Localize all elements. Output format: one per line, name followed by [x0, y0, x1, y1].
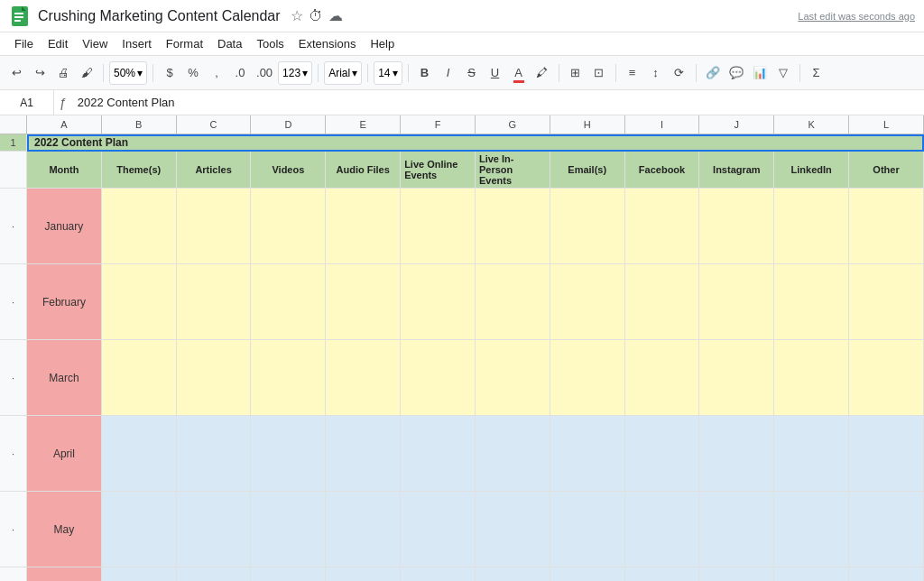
currency-button[interactable]: $	[159, 60, 180, 86]
cell-feb-theme[interactable]	[102, 264, 177, 340]
cell-may-linkedin[interactable]	[774, 492, 849, 567]
header-videos[interactable]: Videos	[251, 152, 326, 189]
cell-may-other[interactable]	[849, 492, 924, 567]
cell-march[interactable]: March	[27, 340, 102, 416]
cell-jan-live-inperson[interactable]	[476, 189, 550, 264]
header-linkedin[interactable]: LinkedIn	[774, 152, 849, 189]
header-facebook[interactable]: Facebook	[625, 152, 700, 189]
menu-format[interactable]: Format	[159, 35, 210, 52]
menu-file[interactable]: File	[7, 35, 41, 52]
cell-may-emails[interactable]	[550, 492, 625, 567]
cloud-icon[interactable]: ☁	[328, 7, 343, 24]
cell-feb-articles[interactable]	[177, 264, 252, 340]
col-D[interactable]: D	[251, 115, 326, 134]
cell-jan-instagram[interactable]	[699, 189, 774, 264]
cell-mar-linkedin[interactable]	[774, 340, 849, 416]
cell-apr-other[interactable]	[849, 416, 924, 492]
cell-jan-articles[interactable]	[177, 189, 252, 264]
cell-feb-linkedin[interactable]	[774, 264, 849, 340]
cell-jun-linkedin[interactable]	[774, 567, 849, 581]
filter-button[interactable]: ▽	[772, 60, 794, 86]
cell-jun-articles[interactable]	[177, 567, 252, 581]
borders-button[interactable]: ⊞	[565, 60, 587, 86]
header-live-online[interactable]: Live Online Events	[401, 152, 476, 189]
cell-feb-live-online[interactable]	[401, 264, 476, 340]
percent-button[interactable]: %	[182, 60, 204, 86]
cell-jun-live-inperson[interactable]	[476, 567, 550, 581]
cell-jun-theme[interactable]	[102, 567, 177, 581]
formula-fn-icon[interactable]: ƒ	[60, 96, 67, 110]
menu-help[interactable]: Help	[363, 35, 402, 52]
cell-jan-live-online[interactable]	[401, 189, 476, 264]
cell-feb-instagram[interactable]	[699, 264, 774, 340]
cell-may[interactable]: May	[27, 492, 102, 567]
header-emails[interactable]: Email(s)	[550, 152, 625, 189]
header-month[interactable]: Month	[27, 152, 102, 189]
col-F[interactable]: F	[401, 115, 476, 134]
cell-mar-emails[interactable]	[550, 340, 625, 416]
cell-apr-facebook[interactable]	[625, 416, 700, 492]
cell-apr-linkedin[interactable]	[774, 416, 849, 492]
row-num-1[interactable]: 1	[0, 134, 27, 152]
paint-format-button[interactable]: 🖌	[76, 60, 97, 86]
cell-feb-emails[interactable]	[550, 264, 625, 340]
chart-button[interactable]: 📊	[749, 60, 771, 86]
col-I[interactable]: I	[625, 115, 700, 134]
cell-mar-live-inperson[interactable]	[476, 340, 550, 416]
cell-jun-emails[interactable]	[550, 567, 625, 581]
cell-may-live-inperson[interactable]	[476, 492, 550, 567]
row-num-feb[interactable]: ·	[0, 264, 27, 340]
merge-cells-button[interactable]: ⊡	[588, 60, 610, 86]
comment-button[interactable]: 💬	[725, 60, 747, 86]
align-left-button[interactable]: ≡	[622, 60, 643, 86]
cell-mar-instagram[interactable]	[699, 340, 774, 416]
underline-button[interactable]: U	[485, 60, 506, 86]
cell-reference[interactable]: A1	[0, 90, 54, 115]
row-num-apr[interactable]: ·	[0, 416, 27, 492]
zoom-dropdown[interactable]: 50% ▾	[109, 61, 147, 85]
bold-button[interactable]: B	[414, 60, 436, 86]
cell-feb-other[interactable]	[849, 264, 924, 340]
star-icon[interactable]: ☆	[291, 7, 303, 24]
menu-view[interactable]: View	[75, 35, 115, 52]
strikethrough-button[interactable]: S	[461, 60, 483, 86]
history-icon[interactable]: ⏱	[309, 8, 323, 24]
cell-jan-theme[interactable]	[102, 189, 177, 264]
cell-apr-videos[interactable]	[251, 416, 326, 492]
cell-jun-videos[interactable]	[251, 567, 326, 581]
functions-button[interactable]: Σ	[806, 60, 827, 86]
cell-jun-other[interactable]	[849, 567, 924, 581]
font-dropdown[interactable]: Arial ▾	[324, 61, 362, 85]
cell-A1[interactable]: 2022 Content Plan	[27, 134, 924, 152]
cell-mar-other[interactable]	[849, 340, 924, 416]
cell-may-audio[interactable]	[326, 492, 401, 567]
print-button[interactable]: 🖨	[52, 60, 74, 86]
fontsize-dropdown[interactable]: 14 ▾	[374, 61, 402, 85]
row-num-mar[interactable]: ·	[0, 340, 27, 416]
header-other[interactable]: Other	[849, 152, 924, 189]
last-edit-text[interactable]: Last edit was seconds ago	[798, 11, 915, 22]
cell-january[interactable]: January	[27, 189, 102, 264]
more-formats-dropdown[interactable]: 123 ▾	[278, 61, 312, 85]
cell-apr-theme[interactable]	[102, 416, 177, 492]
decimal-decrease-button[interactable]: .0	[229, 60, 251, 86]
col-B[interactable]: B	[102, 115, 177, 134]
undo-button[interactable]: ↩	[5, 60, 27, 86]
header-articles[interactable]: Articles	[177, 152, 252, 189]
cell-apr-articles[interactable]	[177, 416, 252, 492]
header-themes[interactable]: Theme(s)	[102, 152, 177, 189]
cell-mar-articles[interactable]	[177, 340, 252, 416]
col-J[interactable]: J	[699, 115, 774, 134]
cell-may-instagram[interactable]	[699, 492, 774, 567]
cell-jun-instagram[interactable]	[699, 567, 774, 581]
cell-feb-facebook[interactable]	[625, 264, 700, 340]
col-C[interactable]: C	[177, 115, 252, 134]
cell-jan-facebook[interactable]	[625, 189, 700, 264]
row-num-2[interactable]	[0, 152, 27, 189]
cell-jan-other[interactable]	[849, 189, 924, 264]
cell-mar-audio[interactable]	[326, 340, 401, 416]
row-num-jan[interactable]: ·	[0, 189, 27, 264]
cell-apr-live-online[interactable]	[401, 416, 476, 492]
valign-button[interactable]: ↕	[645, 60, 667, 86]
menu-data[interactable]: Data	[210, 35, 249, 52]
